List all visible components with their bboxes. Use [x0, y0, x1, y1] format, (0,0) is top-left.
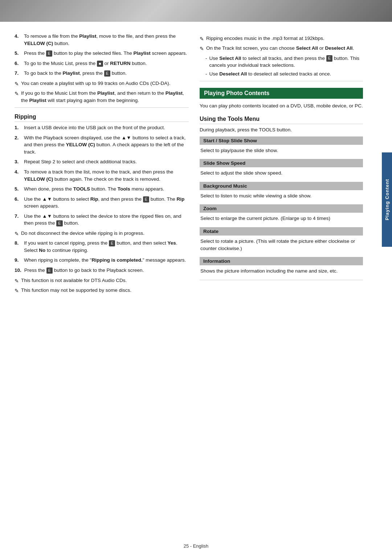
note-item: ✎ This function is not available for DTS…: [15, 277, 189, 285]
button-icon: E: [109, 240, 115, 246]
button-icon: ■: [97, 61, 103, 67]
tools-item-header: Rotate: [200, 227, 363, 236]
list-item: 6. Use the ▲▼ buttons to select Rip, and…: [15, 196, 189, 210]
note-item: ✎ On the Track list screen, you can choo…: [200, 45, 363, 52]
tools-item-desc: Select to play/pause the slide show.: [200, 147, 363, 154]
tools-item-header: Zoom: [200, 204, 363, 213]
list-item: 4. To remove a file from the Playlist, m…: [15, 33, 189, 47]
list-item: 7. To go back to the Playlist, press the…: [15, 70, 189, 77]
using-tools-heading: Using the Tools Menu: [200, 116, 363, 124]
tools-item-header: Start / Stop Slide Show: [200, 136, 363, 145]
note-icon: ✎: [15, 90, 19, 104]
note-item: ✎ Do not disconnect the device while rip…: [15, 230, 189, 237]
playing-photo-heading: Playing Photo Contents: [200, 88, 363, 99]
tools-item-desc: Shows the picture information including …: [200, 267, 363, 275]
divider: [15, 107, 189, 108]
page-footer: 25 - English: [0, 543, 392, 549]
tools-item-desc: Select to rotate a picture. (This will r…: [200, 238, 363, 252]
list-item: 5. When done, press the TOOLS button. Th…: [15, 185, 189, 193]
tools-item-zoom: Zoom Select to enlarge the current pictu…: [200, 204, 363, 222]
page-number: 25 - English: [184, 543, 209, 549]
tools-item-header: Slide Show Speed: [200, 159, 363, 167]
dash-item: - Use Select All to select all tracks, a…: [205, 55, 363, 69]
list-item: 4. To remove a track from the list, move…: [15, 168, 189, 183]
list-item: 1. Insert a USB device into the USB jack…: [15, 124, 189, 131]
note-item: ✎ If you go to the Music List from the P…: [15, 90, 189, 104]
right-column: ✎ Ripping encodes music in the .mp3 form…: [200, 33, 374, 534]
button-icon: E: [46, 267, 53, 274]
tools-item-header: Background Music: [200, 182, 363, 190]
top-decorative-bar: [0, 0, 392, 22]
list-item: 6. To go to the Music List, press the ■ …: [15, 60, 189, 67]
tools-item-information: Information Shows the picture informatio…: [200, 257, 363, 275]
tools-item-slideshow-speed: Slide Show Speed Select to adjust the sl…: [200, 159, 363, 177]
note-icon: ✎: [15, 277, 19, 285]
tools-item-slideshow-start: Start / Stop Slide Show Select to play/p…: [200, 136, 363, 154]
note-icon: ✎: [15, 287, 19, 294]
top-numbered-list: 4. To remove a file from the Playlist, m…: [15, 33, 189, 77]
dash-item: - Use Deselect All to deselect all selec…: [205, 70, 363, 78]
note-item: ✎ You can create a playlist with up to 9…: [15, 80, 189, 87]
tools-item-desc: Select to listen to music while viewing …: [200, 192, 363, 200]
list-item: 3. Repeat Step 2 to select and check add…: [15, 158, 189, 165]
note-icon: ✎: [200, 45, 204, 52]
playing-photo-desc: You can play photo contents located on a…: [200, 102, 363, 110]
right-top-notes: ✎ Ripping encodes music in the .mp3 form…: [200, 35, 363, 53]
list-item: 10. Press the E button to go back to the…: [15, 267, 189, 274]
button-icon: E: [46, 50, 52, 57]
tools-item-rotate: Rotate Select to rotate a picture. (This…: [200, 227, 363, 252]
side-tab-playing-content: Playing Content: [382, 152, 392, 247]
button-icon: E: [326, 55, 332, 61]
list-item: 7. Use the ▲▼ buttons to select the devi…: [15, 213, 189, 227]
tools-item-desc: Select to enlarge the current picture. (…: [200, 215, 363, 222]
main-content: 4. To remove a file from the Playlist, m…: [0, 22, 392, 541]
note-icon: ✎: [15, 230, 19, 237]
list-item: 8. If you want to cancel ripping, press …: [15, 240, 189, 254]
list-item: 5. Press the E button to play the select…: [15, 50, 189, 57]
left-column: 4. To remove a file from the Playlist, m…: [15, 33, 189, 534]
divider: [200, 81, 363, 81]
tools-item-desc: Select to adjust the slide show speed.: [200, 169, 363, 177]
tools-item-background-music: Background Music Select to listen to mus…: [200, 182, 363, 200]
note-item: ✎ Ripping encodes music in the .mp3 form…: [200, 35, 363, 42]
side-tab-label: Playing Content: [384, 179, 390, 220]
button-icon: E: [143, 196, 149, 203]
ripping-steps-list: 1. Insert a USB device into the USB jack…: [15, 124, 189, 227]
divider: [200, 280, 363, 280]
list-item: 9. When ripping is complete, the "Rippin…: [15, 257, 189, 264]
tools-intro: During playback, press the TOOLS button.: [200, 126, 363, 134]
ripping-bottom-notes: ✎ This function is not available for DTS…: [15, 277, 189, 295]
select-all-dash-list: - Use Select All to select all tracks, a…: [205, 55, 363, 78]
note-item: ✎ This function may not be supported by …: [15, 287, 189, 294]
button-icon: E: [104, 70, 110, 77]
tools-item-header: Information: [200, 257, 363, 265]
top-note-list: ✎ You can create a playlist with up to 9…: [15, 80, 189, 104]
ripping-notes: ✎ Do not disconnect the device while rip…: [15, 230, 189, 237]
ripping-heading: Ripping: [15, 114, 189, 122]
ripping-continued-list: 8. If you want to cancel ripping, press …: [15, 240, 189, 274]
button-icon: E: [56, 220, 62, 226]
note-icon: ✎: [15, 80, 19, 87]
note-icon: ✎: [200, 35, 204, 42]
list-item: 2. With the Playback screen displayed, u…: [15, 134, 189, 156]
